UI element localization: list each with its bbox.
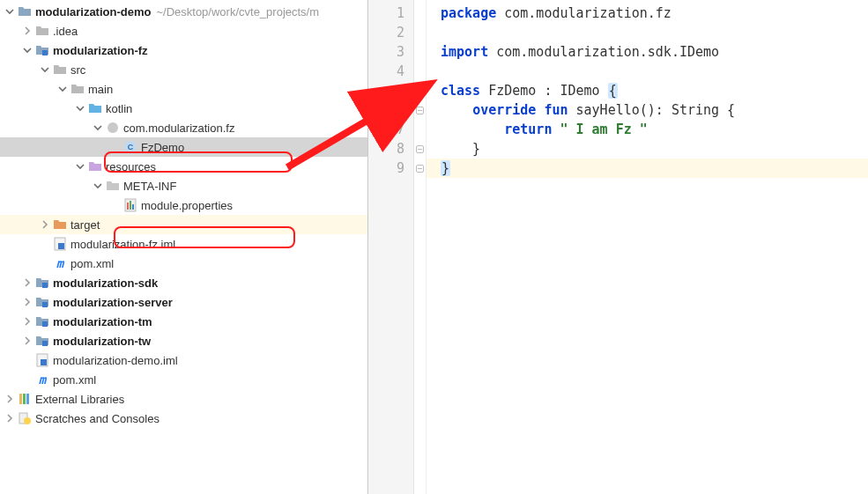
fold-marker-icon[interactable] — [416, 145, 424, 153]
tree-item-module-fz[interactable]: modularization-fz — [0, 41, 367, 60]
tree-item-fz-iml[interactable]: modularization-fz.iml — [0, 234, 367, 254]
code-line[interactable] — [441, 23, 868, 42]
svg-rect-17 — [23, 394, 26, 404]
tree-label: modularization-fz — [53, 44, 148, 57]
module-folder-icon — [35, 314, 49, 328]
code-line[interactable]: return " I am Fz " — [441, 120, 868, 139]
tree-item-package[interactable]: com.modularization.fz — [0, 118, 367, 137]
chevron-down-icon[interactable] — [39, 63, 51, 76]
chevron-right-icon[interactable] — [21, 25, 33, 37]
tree-item-fz-pom[interactable]: m pom.xml — [0, 254, 367, 273]
chevron-right-icon[interactable] — [39, 218, 51, 231]
tree-root-path: ~/Desktop/work/cvte_projects/m — [156, 5, 319, 18]
code-line[interactable]: } — [441, 159, 868, 178]
code-line[interactable] — [441, 62, 868, 81]
tree-label: pom.xml — [53, 373, 96, 387]
tree-item-main[interactable]: main — [0, 79, 367, 99]
svg-rect-16 — [19, 394, 22, 404]
gutter-line[interactable]: 4 — [368, 62, 404, 81]
gutter-line[interactable]: 6 — [368, 100, 404, 120]
tree-item-resources[interactable]: resources — [0, 157, 367, 176]
tree-item-root-pom[interactable]: m pom.xml — [0, 370, 367, 389]
module-folder-icon — [35, 334, 49, 348]
gutter-line[interactable]: 3 — [368, 42, 404, 62]
tree-label: modularization-fz.iml — [70, 238, 175, 251]
chevron-right-icon[interactable] — [21, 315, 33, 328]
tree-item-external-libraries[interactable]: External Libraries — [0, 389, 367, 409]
maven-pom-icon: m — [35, 372, 49, 387]
gutter-line[interactable]: 2 — [368, 23, 404, 42]
svg-rect-6 — [130, 201, 131, 210]
gutter-line[interactable]: 1 — [368, 4, 404, 23]
tree-item-module-sdk[interactable]: modularization-sdk — [0, 273, 367, 292]
chevron-down-icon[interactable] — [56, 83, 69, 95]
tree-item-metainf[interactable]: META-INF — [0, 176, 367, 195]
tree-root[interactable]: modularization-demo ~/Desktop/work/cvte_… — [0, 2, 367, 21]
gutter[interactable]: 1 2 3 4 5 6 7 8 9 — [368, 0, 414, 494]
svg-rect-12 — [42, 321, 48, 327]
tree-item-module-tw[interactable]: modularization-tw — [0, 331, 367, 350]
code-text — [441, 102, 472, 118]
chevron-right-icon[interactable] — [21, 335, 33, 347]
brace-highlight: } — [441, 160, 450, 176]
resources-folder-icon — [88, 159, 102, 173]
svg-rect-18 — [26, 394, 29, 404]
tree-item-module-server[interactable]: modularization-server — [0, 292, 367, 312]
fold-marker-icon[interactable] — [416, 107, 424, 114]
tree-label: FzDemo — [141, 141, 184, 154]
code-text: sayHello(): String { — [568, 102, 736, 118]
tree-item-module-properties[interactable]: module.properties — [0, 195, 367, 215]
code-line[interactable]: override fun sayHello(): String { — [441, 100, 868, 120]
tree-item-kotlin[interactable]: kotlin — [0, 99, 367, 118]
chevron-down-icon[interactable] — [21, 44, 33, 56]
tree-label: META-INF — [123, 180, 176, 193]
brace-highlight: { — [608, 83, 618, 99]
code-area[interactable]: package com.modularization.fz import com… — [427, 0, 868, 494]
chevron-right-icon[interactable] — [4, 393, 16, 405]
tree-label: modularization-tw — [53, 335, 151, 348]
tree-item-scratches[interactable]: Scratches and Consoles — [0, 409, 367, 428]
chevron-down-icon[interactable] — [74, 160, 86, 173]
svg-text:C: C — [128, 143, 134, 151]
tree-label: resources — [106, 160, 156, 173]
keyword: package — [441, 5, 496, 21]
fold-marker-icon[interactable] — [416, 87, 424, 95]
chevron-down-icon[interactable] — [92, 122, 104, 134]
tree-item-module-tm[interactable]: modularization-tm — [0, 312, 367, 331]
module-folder-icon — [35, 295, 49, 309]
chevron-down-icon[interactable] — [92, 180, 104, 192]
chevron-right-icon[interactable] — [21, 276, 33, 289]
chevron-down-icon[interactable] — [74, 102, 86, 114]
tree-item-src[interactable]: src — [0, 60, 367, 79]
tree-item-fzdemo[interactable]: C FzDemo — [0, 137, 367, 157]
folder-icon — [53, 63, 67, 77]
gutter-line[interactable]: 7 — [368, 120, 404, 139]
tree-item-idea[interactable]: .idea — [0, 21, 367, 41]
tree-root-label: modularization-demo — [35, 5, 151, 18]
code-line[interactable]: import com.modularization.sdk.IDemo — [441, 42, 868, 62]
svg-rect-9 — [58, 243, 64, 249]
code-line[interactable]: } — [441, 139, 868, 159]
fold-marker-icon[interactable] — [416, 165, 424, 173]
chevron-right-icon[interactable] — [21, 296, 33, 308]
project-tree[interactable]: modularization-demo ~/Desktop/work/cvte_… — [0, 0, 368, 494]
gutter-line[interactable]: 5 — [368, 81, 404, 100]
properties-file-icon — [123, 198, 137, 212]
tree-item-target[interactable]: target — [0, 215, 367, 234]
svg-rect-11 — [42, 302, 48, 307]
chevron-right-icon[interactable] — [4, 412, 16, 424]
svg-rect-10 — [42, 283, 48, 288]
tree-item-root-iml[interactable]: modularization-demo.iml — [0, 350, 367, 370]
chevron-down-icon[interactable] — [4, 5, 16, 18]
fold-column[interactable] — [414, 0, 427, 494]
keyword: fun — [544, 102, 568, 118]
gutter-line[interactable]: 8 — [368, 139, 404, 159]
code-line[interactable]: class FzDemo : IDemo { — [441, 81, 868, 100]
folder-icon — [106, 179, 120, 193]
code-line[interactable]: package com.modularization.fz — [441, 4, 868, 23]
tree-label: module.properties — [141, 199, 233, 212]
code-text: com.modularization.sdk.IDemo — [488, 44, 719, 60]
gutter-line[interactable]: 9 — [368, 159, 404, 178]
tree-label: pom.xml — [70, 257, 114, 270]
code-editor[interactable]: 1 2 3 4 5 6 7 8 9 package com.modulariza… — [368, 0, 868, 494]
